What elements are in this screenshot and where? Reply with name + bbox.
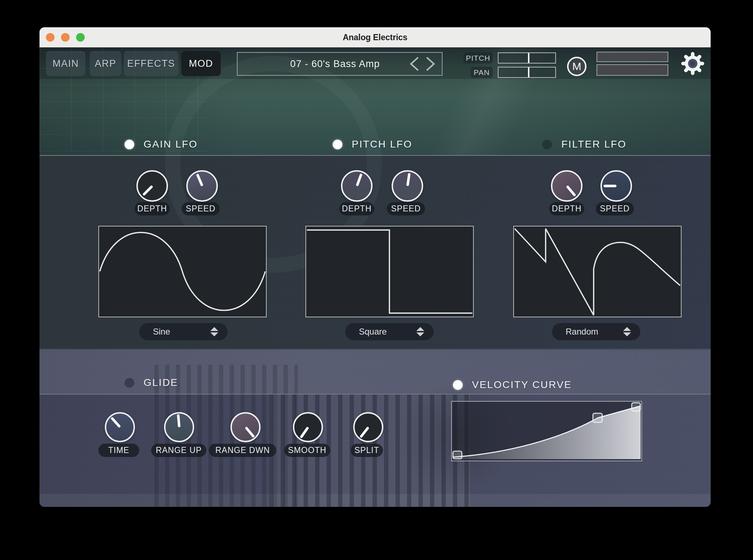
plugin-window: Analog Electrics MAIN ARP EFFECTS MOD 07… [39, 27, 711, 507]
glide-range-up-label: RANGE UP [151, 444, 206, 457]
tab-arp[interactable]: ARP [90, 51, 121, 76]
pitch-lfo-waveform-value: Square [359, 327, 416, 337]
gain-lfo-title: GAIN LFO [144, 139, 198, 150]
filter-lfo-enable-led[interactable] [542, 140, 552, 149]
dropdown-arrows-icon [623, 327, 631, 336]
divider-line-top [39, 155, 711, 156]
filter-lfo-speed-label: SPEED [596, 202, 634, 215]
glide-split-label: SPLIT [351, 444, 383, 457]
pitch-slider-handle[interactable] [528, 53, 529, 63]
filter-lfo-waveform-value: Random [566, 327, 623, 337]
level-meter-top [597, 52, 668, 62]
square-wave-trace [307, 230, 472, 313]
traffic-lights [46, 27, 85, 47]
glide-header: GLIDE [125, 377, 178, 388]
filter-lfo-speed-knob[interactable] [600, 170, 632, 202]
glide-range-up-knob[interactable] [164, 412, 194, 442]
pitch-lfo-speed-label: SPEED [387, 202, 425, 215]
level-meter-bottom [597, 64, 668, 76]
filter-lfo-waveform-dropdown[interactable]: Random [552, 323, 640, 340]
preset-name: 07 - 60's Bass Amp [238, 59, 407, 70]
pitch-lfo-header: PITCH LFO [333, 139, 412, 150]
bottom-strip [39, 494, 711, 507]
dropdown-arrows-icon [416, 327, 424, 336]
preset-selector[interactable]: 07 - 60's Bass Amp [237, 52, 443, 76]
velocity-handle-mid[interactable] [593, 413, 602, 422]
glide-time-label: TIME [98, 444, 139, 457]
glide-range-dwn-label: RANGE DWN [209, 444, 276, 457]
pan-slider[interactable] [498, 67, 556, 78]
filter-lfo-depth-label: DEPTH [549, 202, 584, 215]
glide-split-knob[interactable] [353, 412, 383, 442]
pitch-lfo-depth-label: DEPTH [339, 202, 374, 215]
settings-gear-icon[interactable] [681, 52, 704, 75]
preset-nav-arrows [407, 56, 442, 72]
pitch-lfo-waveform-display [305, 226, 474, 317]
zoom-window-button[interactable] [76, 33, 85, 42]
glide-enable-led[interactable] [125, 378, 134, 388]
pan-label: PAN [471, 67, 493, 78]
pitch-lfo-title: PITCH LFO [352, 139, 412, 150]
preset-prev-icon[interactable] [411, 57, 418, 70]
filter-lfo-title: FILTER LFO [561, 139, 627, 150]
pitch-lfo-depth-knob[interactable] [341, 170, 373, 202]
velocity-curve-header: VELOCITY CURVE [453, 379, 572, 391]
pitch-label: PITCH [463, 52, 493, 64]
tab-mod[interactable]: MOD [181, 51, 221, 76]
velocity-curve-title: VELOCITY CURVE [472, 379, 572, 391]
velocity-curve-enable-led[interactable] [453, 380, 463, 390]
gain-lfo-speed-label: SPEED [182, 202, 220, 215]
gain-lfo-speed-knob[interactable] [186, 170, 218, 202]
glide-title: GLIDE [144, 377, 178, 388]
glide-smooth-knob[interactable] [293, 412, 323, 442]
random-wave-trace [515, 229, 680, 315]
pitch-lfo-waveform-dropdown[interactable]: Square [345, 323, 434, 340]
divider-line-mid-lower [39, 394, 711, 395]
sine-wave-trace [100, 232, 265, 310]
gain-lfo-enable-led[interactable] [125, 140, 134, 149]
close-window-button[interactable] [46, 33, 55, 42]
pitch-slider[interactable] [498, 52, 556, 64]
velocity-handle-end[interactable] [632, 403, 640, 411]
preset-next-icon[interactable] [427, 57, 434, 70]
gain-lfo-depth-label: DEPTH [135, 202, 170, 215]
glide-time-knob[interactable] [105, 412, 135, 442]
window-title: Analog Electrics [343, 33, 407, 42]
tab-effects[interactable]: EFFECTS [124, 51, 178, 76]
pitch-lfo-speed-knob[interactable] [392, 170, 423, 202]
pan-slider-handle[interactable] [528, 67, 529, 77]
gain-lfo-header: GAIN LFO [125, 139, 198, 150]
dropdown-arrows-icon [210, 327, 218, 336]
gain-lfo-waveform-dropdown[interactable]: Sine [139, 323, 228, 340]
filter-lfo-depth-knob[interactable] [551, 170, 583, 202]
mono-button[interactable]: M [567, 57, 586, 76]
gain-lfo-waveform-value: Sine [153, 327, 210, 337]
filter-lfo-waveform-display [513, 226, 682, 317]
filter-lfo-header: FILTER LFO [542, 139, 627, 150]
glide-smooth-label: SMOOTH [284, 444, 330, 457]
tab-main[interactable]: MAIN [46, 51, 85, 76]
gain-lfo-depth-knob[interactable] [136, 170, 168, 202]
pitch-lfo-enable-led[interactable] [333, 140, 342, 149]
window-titlebar: Analog Electrics [39, 27, 711, 48]
gain-lfo-waveform-display [98, 226, 267, 317]
divider-line-mid-upper [39, 349, 711, 349]
velocity-handle-start[interactable] [453, 451, 462, 459]
minimize-window-button[interactable] [61, 33, 70, 42]
velocity-curve-editor[interactable] [451, 401, 642, 461]
glide-range-dwn-knob[interactable] [230, 412, 261, 442]
